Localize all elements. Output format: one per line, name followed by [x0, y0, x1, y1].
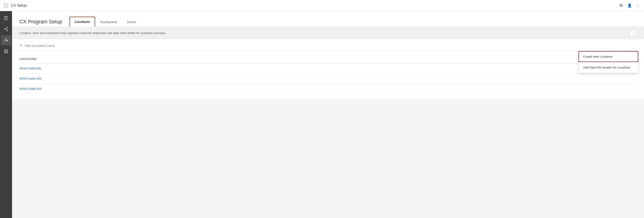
svg-point-6	[7, 30, 8, 31]
svg-line-7	[5, 30, 7, 30]
location-link-001[interactable]: WXM Outlet 001	[20, 67, 42, 70]
user-icon[interactable]: 👤	[627, 3, 632, 8]
main-content: CX Program Setup Locations Touchpoints Z…	[12, 11, 644, 218]
dropdown-item-add-header[interactable]: Add Data File Header for Locations	[578, 62, 638, 73]
location-link-002[interactable]: WXM Outlet 002	[20, 77, 42, 80]
top-bar-actions: 🏛 👤 ▷	[619, 3, 640, 8]
svg-line-17	[22, 46, 22, 47]
svg-rect-12	[4, 50, 6, 51]
more-options-icon: ⋮	[632, 31, 635, 35]
svg-point-16	[20, 44, 22, 46]
tab-bar: Locations Touchpoints Zones	[70, 17, 141, 26]
sidebar-item-clipboard[interactable]	[1, 13, 11, 23]
expand-icon[interactable]: ▷	[636, 3, 640, 8]
search-container	[20, 44, 636, 51]
svg-point-5	[4, 29, 6, 30]
dropdown-menu: Create New Locations Add Data File Heade…	[578, 51, 638, 73]
tab-zones[interactable]: Zones	[122, 17, 141, 27]
location-link-003[interactable]: WXM Outlet 003	[20, 87, 42, 90]
sidebar-item-share[interactable]	[1, 24, 11, 34]
search-input[interactable]	[24, 44, 636, 48]
more-options-button[interactable]: ⋮	[630, 30, 636, 36]
content-area: Locations WXM Outlet 001 WXM Outlet 002 …	[12, 39, 644, 98]
dropdown-item-create-new[interactable]: Create New Locations	[578, 51, 638, 62]
svg-rect-15	[6, 52, 8, 53]
search-icon	[20, 44, 23, 48]
sidebar-item-cx[interactable]	[1, 35, 11, 45]
sidebar-item-grid[interactable]	[1, 46, 11, 56]
svg-rect-13	[6, 50, 8, 51]
table-row: WXM Outlet 003	[20, 84, 636, 94]
page-header-top: CX Program Setup Locations Touchpoints Z…	[20, 17, 636, 26]
description-bar: Location, zone and touchpoint help organ…	[12, 27, 644, 39]
bank-icon[interactable]: 🏛	[619, 3, 624, 8]
svg-point-9	[5, 39, 7, 40]
description-text: Location, zone and touchpoint help organ…	[20, 31, 166, 35]
svg-rect-14	[4, 52, 6, 53]
svg-point-4	[7, 27, 8, 28]
tab-locations[interactable]: Locations	[70, 17, 95, 27]
table-header: Locations	[20, 54, 636, 64]
top-bar: CX Setup 🏛 👤 ▷	[0, 0, 644, 11]
svg-rect-1	[4, 17, 8, 20]
apps-icon[interactable]	[4, 3, 8, 8]
page-title: CX Program Setup	[20, 19, 62, 25]
app-title: CX Setup	[11, 4, 26, 8]
svg-line-8	[5, 28, 7, 29]
table-row: WXM Outlet 001	[20, 64, 636, 74]
column-header-locations: Locations	[20, 58, 36, 61]
sidebar	[0, 11, 12, 218]
page-header: CX Program Setup Locations Touchpoints Z…	[12, 11, 644, 27]
tab-touchpoints[interactable]: Touchpoints	[95, 17, 122, 27]
table-row: WXM Outlet 002	[20, 74, 636, 84]
